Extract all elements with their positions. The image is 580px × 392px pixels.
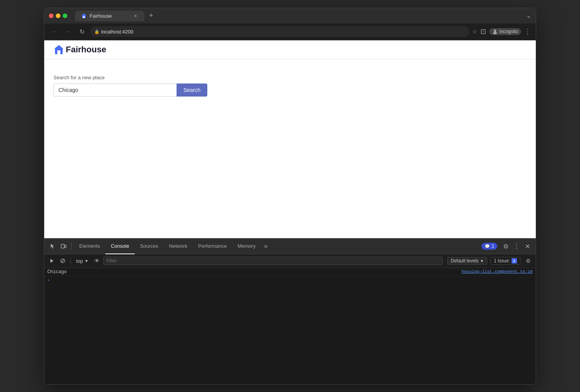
default-levels-label: Default levels: [451, 258, 478, 264]
svg-point-3: [494, 30, 496, 32]
search-input[interactable]: [53, 83, 177, 97]
active-tab[interactable]: Fairhouse ✕: [75, 11, 144, 21]
console-output: Chicago housing-list.component.ts:16 ›: [44, 268, 536, 384]
app-main: Search for a new place Search: [44, 59, 536, 112]
block-icon: [60, 258, 65, 264]
console-text: Chicago: [47, 269, 455, 275]
toolbar-separator: [71, 242, 72, 250]
more-tabs-button[interactable]: »: [261, 243, 271, 250]
svg-marker-10: [50, 259, 53, 263]
tab-elements[interactable]: Elements: [74, 239, 105, 254]
svg-marker-1: [82, 13, 86, 15]
tab-sources[interactable]: Sources: [135, 239, 164, 254]
inspect-element-button[interactable]: [47, 241, 58, 252]
incognito-icon: [492, 29, 498, 34]
new-tab-button[interactable]: +: [146, 10, 157, 21]
back-button[interactable]: ←: [49, 26, 60, 37]
logo-icon: [53, 44, 64, 55]
devtools-toolbar: Elements Console Sources Network Perform…: [44, 239, 536, 254]
close-button[interactable]: [49, 13, 53, 18]
filter-input[interactable]: [103, 257, 443, 265]
app-header: Fairhouse: [44, 40, 536, 59]
console-settings-button[interactable]: ⚙: [523, 256, 533, 265]
search-label: Search for a new place: [53, 75, 527, 80]
context-label: top: [76, 258, 83, 264]
console-toolbar: top ▼ 👁 Default levels ▼ 1 Issue: 1 ⚙: [44, 254, 536, 268]
default-levels-button[interactable]: Default levels ▼: [447, 257, 487, 265]
dl-chevron-icon: ▼: [480, 259, 484, 263]
svg-point-4: [493, 32, 497, 34]
reload-button[interactable]: ↻: [77, 26, 87, 37]
address-bar: ← → ↻ 🔒 ☆ ⊡ Incognito ⋮: [44, 23, 536, 40]
forward-button[interactable]: →: [63, 26, 73, 37]
window-controls-chevron[interactable]: ⌄: [526, 12, 531, 19]
bookmark-icon[interactable]: ☆: [472, 28, 477, 35]
svg-rect-2: [83, 16, 85, 18]
tab-console[interactable]: Console: [105, 239, 135, 254]
badge-icon: 💬: [485, 244, 490, 249]
tab-memory[interactable]: Memory: [232, 239, 261, 254]
maximize-button[interactable]: [63, 13, 67, 18]
tab-favicon-icon: [81, 13, 87, 18]
console-separator: [70, 258, 71, 264]
incognito-label: Incognito: [499, 29, 518, 34]
device-icon: [60, 243, 67, 249]
search-button[interactable]: Search: [177, 83, 207, 97]
console-line: Chicago housing-list.component.ts:16: [44, 268, 536, 276]
lock-icon: 🔒: [94, 29, 100, 34]
traffic-lights[interactable]: [49, 13, 67, 18]
svg-marker-6: [54, 45, 63, 49]
play-icon: [49, 258, 55, 264]
app-logo[interactable]: Fairhouse: [53, 44, 106, 55]
svg-rect-7: [57, 50, 60, 54]
issue-icon: 1: [512, 258, 517, 264]
issue-label: 1 Issue:: [494, 258, 510, 264]
devtools-more-button[interactable]: ⋮: [511, 241, 522, 252]
issue-badge[interactable]: 1 Issue: 1: [490, 257, 520, 265]
tab-network[interactable]: Network: [164, 239, 193, 254]
clear-console-button[interactable]: [47, 256, 57, 265]
badge-button[interactable]: 💬 1: [482, 243, 497, 250]
browser-more-button[interactable]: ⋮: [524, 27, 531, 36]
console-source[interactable]: housing-list.component.ts:16: [462, 269, 533, 274]
address-input[interactable]: [90, 26, 469, 37]
tab-close-button[interactable]: ✕: [133, 13, 138, 18]
browser-menu-button[interactable]: ⊡: [480, 27, 486, 36]
page-content: Fairhouse Search for a new place Search: [44, 40, 536, 238]
svg-rect-9: [65, 245, 66, 248]
search-row: Search: [53, 83, 527, 97]
badge-count: 1: [492, 244, 494, 249]
prompt-chevron-icon: ›: [47, 278, 50, 283]
device-toolbar-button[interactable]: [58, 241, 69, 252]
cursor-icon: [50, 243, 56, 249]
devtools-settings-button[interactable]: ⚙: [500, 241, 511, 252]
context-selector[interactable]: top ▼: [74, 257, 91, 265]
incognito-badge: Incognito: [489, 28, 521, 35]
tab-bar: Fairhouse ✕ +: [75, 10, 523, 21]
devtools-panel: Elements Console Sources Network Perform…: [44, 238, 536, 384]
address-bar-right: ☆ ⊡ Incognito ⋮: [472, 27, 531, 36]
svg-rect-8: [61, 244, 64, 248]
devtools-close-button[interactable]: ✕: [522, 241, 533, 252]
tab-performance[interactable]: Performance: [193, 239, 232, 254]
svg-line-12: [61, 259, 64, 262]
console-prompt[interactable]: ›: [44, 276, 536, 285]
address-wrapper: 🔒: [90, 26, 469, 37]
tab-title: Fairhouse: [90, 13, 130, 19]
app-name: Fairhouse: [66, 45, 106, 55]
eye-button[interactable]: 👁: [92, 256, 102, 265]
block-button[interactable]: [58, 256, 67, 265]
context-chevron-icon: ▼: [85, 259, 88, 263]
title-bar-right: ⌄: [526, 12, 531, 19]
minimize-button[interactable]: [56, 13, 60, 18]
